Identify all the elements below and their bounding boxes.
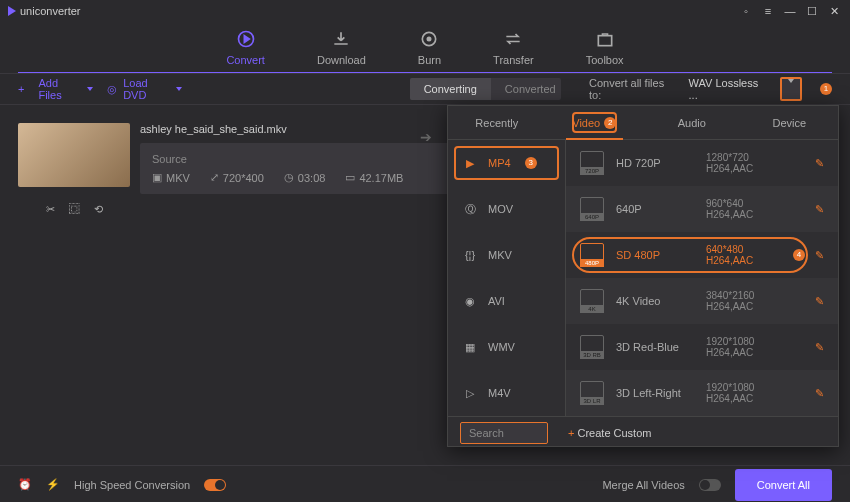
res-hd720p[interactable]: 720PHD 720P1280*720H264,AAC✎ <box>566 140 838 186</box>
avi-icon: ◉ <box>462 295 478 308</box>
wmv-icon: ▦ <box>462 341 478 354</box>
transfer-icon <box>503 29 523 51</box>
convert-all-to-label: Convert all files to: <box>589 77 675 101</box>
titlebar: uniconverter ◦ ≡ — ☐ ✕ <box>0 0 850 22</box>
clock-icon: ◷ <box>284 171 294 184</box>
effects-icon[interactable]: ⟲ <box>94 203 103 216</box>
user-icon[interactable]: ◦ <box>738 5 754 17</box>
toolbox-icon <box>595 29 615 51</box>
load-dvd-button[interactable]: ◎Load DVD <box>107 77 182 101</box>
video-icon: ▶ <box>462 157 478 170</box>
format-mov[interactable]: ⓆMOV <box>448 186 565 232</box>
callout-badge-2: 2 <box>604 117 616 129</box>
file-size: 42.17MB <box>359 172 403 184</box>
popup-tabs: Recently Video2 Audio Device <box>448 106 838 140</box>
chevron-down-icon <box>788 79 794 95</box>
high-speed-label: High Speed Conversion <box>74 479 190 491</box>
res-icon: 3D LR <box>580 381 604 405</box>
edit-icon[interactable]: ✎ <box>815 157 824 170</box>
app-logo: uniconverter <box>8 5 81 17</box>
mkv-icon: {¦} <box>462 249 478 261</box>
edit-icon[interactable]: ✎ <box>815 295 824 308</box>
close-icon[interactable]: ✕ <box>826 5 842 18</box>
tab-video[interactable]: Video2 <box>546 106 644 139</box>
res-640p[interactable]: 640P640P960*640H264,AAC✎ <box>566 186 838 232</box>
arrow-icon: ➔ <box>420 129 432 145</box>
callout-badge-4: 4 <box>793 249 805 261</box>
target-format: WAV Lossless ... <box>689 77 766 101</box>
status-segment: Converting Converted <box>410 78 561 100</box>
tab-converted[interactable]: Converted <box>491 78 561 100</box>
nav-toolbox[interactable]: Toolbox <box>586 29 624 66</box>
format-dropdown-button[interactable] <box>780 77 802 101</box>
resolution-list[interactable]: 720PHD 720P1280*720H264,AAC✎ 640P640P960… <box>566 140 838 416</box>
callout-badge-1: 1 <box>820 83 832 95</box>
add-files-button[interactable]: Add Files <box>38 77 93 101</box>
edit-icon[interactable]: ✎ <box>815 341 824 354</box>
m4v-icon: ▷ <box>462 387 478 400</box>
format-avi[interactable]: ◉AVI <box>448 278 565 324</box>
res-icon: 720P <box>580 151 604 175</box>
logo-icon <box>8 6 16 16</box>
svg-point-2 <box>428 37 431 40</box>
tab-device[interactable]: Device <box>741 106 839 139</box>
mov-icon: Ⓠ <box>462 202 478 217</box>
container-icon: ▣ <box>152 171 162 184</box>
merge-toggle[interactable] <box>699 479 721 491</box>
convert-icon <box>236 29 256 51</box>
format-m4v[interactable]: ▷M4V <box>448 370 565 416</box>
video-thumbnail[interactable] <box>18 123 130 187</box>
download-icon <box>331 29 351 51</box>
res-icon: 4K <box>580 289 604 313</box>
edit-icon[interactable]: ✎ <box>815 203 824 216</box>
nav-convert[interactable]: Convert <box>226 29 265 66</box>
bolt-icon: ⚡ <box>46 478 60 491</box>
format-wmv[interactable]: ▦WMV <box>448 324 565 370</box>
toolbar: + Add Files ◎Load DVD Converting Convert… <box>0 73 850 105</box>
trim-icon[interactable]: ✂ <box>46 203 55 216</box>
res-3d-lr[interactable]: 3D LR3D Left-Right1920*1080H264,AAC✎ <box>566 370 838 416</box>
create-custom-button[interactable]: + Create Custom <box>568 427 651 439</box>
alarm-icon[interactable]: ⏰ <box>18 478 32 491</box>
file-resolution: 720*400 <box>223 172 264 184</box>
app-name: uniconverter <box>20 5 81 17</box>
footer: ⏰ ⚡ High Speed Conversion Merge All Vide… <box>0 465 850 502</box>
format-list[interactable]: ▶ MP4 3 ⓆMOV {¦}MKV ◉AVI ▦WMV ▷M4V ✕XVID… <box>448 140 566 416</box>
res-4k[interactable]: 4K4K Video3840*2160H264,AAC✎ <box>566 278 838 324</box>
svg-rect-3 <box>598 35 611 45</box>
menu-icon[interactable]: ≡ <box>760 5 776 17</box>
res-sd480p[interactable]: 480P SD 480P 640*480H264,AAC 4 ✎ <box>566 232 838 278</box>
crop-icon[interactable]: ⿴ <box>69 203 80 216</box>
tab-recently[interactable]: Recently <box>448 106 546 139</box>
res-3d-rb[interactable]: 3D RB3D Red-Blue1920*1080H264,AAC✎ <box>566 324 838 370</box>
nav-download[interactable]: Download <box>317 29 366 66</box>
callout-badge-3: 3 <box>525 157 537 169</box>
tab-converting[interactable]: Converting <box>410 78 491 100</box>
search-input[interactable]: Search <box>460 422 548 444</box>
convert-all-button[interactable]: Convert All <box>735 469 832 501</box>
popup-footer: Search + Create Custom <box>448 416 838 448</box>
file-container: MKV <box>166 172 190 184</box>
folder-icon: ▭ <box>345 171 355 184</box>
minimize-icon[interactable]: — <box>782 5 798 17</box>
format-mkv[interactable]: {¦}MKV <box>448 232 565 278</box>
resolution-icon: ⤢ <box>210 171 219 184</box>
res-icon: 480P <box>580 243 604 267</box>
burn-icon <box>419 29 439 51</box>
format-mp4[interactable]: ▶ MP4 3 <box>448 140 565 186</box>
edit-icon[interactable]: ✎ <box>815 387 824 400</box>
format-popup: Recently Video2 Audio Device ▶ MP4 3 ⓆMO… <box>447 105 839 447</box>
maximize-icon[interactable]: ☐ <box>804 5 820 18</box>
top-nav: Convert Download Burn Transfer Toolbox <box>0 22 850 72</box>
add-files-plus-icon: + <box>18 83 24 95</box>
nav-burn[interactable]: Burn <box>418 29 441 66</box>
res-icon: 640P <box>580 197 604 221</box>
file-duration: 03:08 <box>298 172 326 184</box>
high-speed-toggle[interactable] <box>204 479 226 491</box>
content-area: ✂ ⿴ ⟲ ashley he_said_she_said.mkv Source… <box>0 105 850 465</box>
tab-audio[interactable]: Audio <box>643 106 741 139</box>
chevron-down-icon <box>176 87 182 91</box>
nav-transfer[interactable]: Transfer <box>493 29 534 66</box>
edit-icon[interactable]: ✎ <box>815 249 824 262</box>
chevron-down-icon <box>87 87 93 91</box>
